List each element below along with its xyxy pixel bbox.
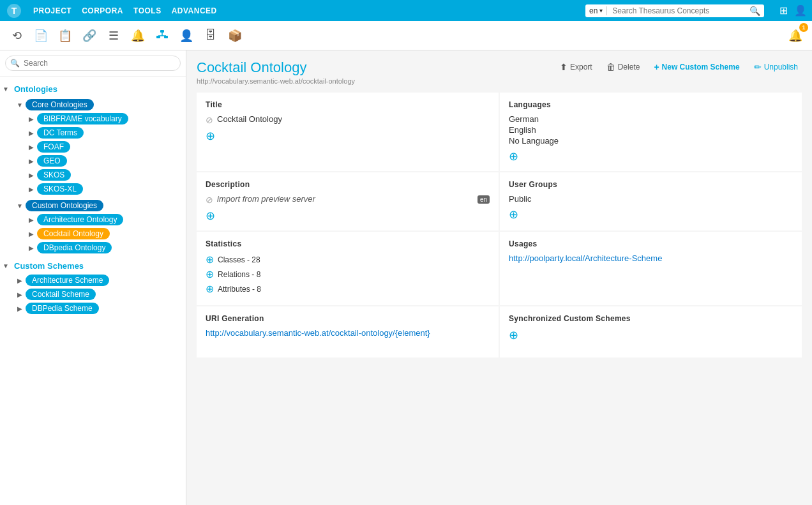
core-ontologies-arrow: ▼ — [17, 102, 23, 109]
usages-card: Usages http://poolparty.local/Architectu… — [500, 232, 802, 305]
list-icon[interactable]: ☰ — [103, 26, 124, 46]
custom-ontologies-row[interactable]: ▼ Custom Ontologies — [14, 199, 183, 213]
foaf-label[interactable]: FOAF — [37, 141, 70, 153]
stat-relations-row: ⊕ Relations - 8 — [206, 268, 490, 280]
stat-classes-row: ⊕ Classes - 28 — [206, 253, 490, 266]
description-edit-icon[interactable]: ⊘ — [206, 195, 213, 205]
svg-text:T: T — [11, 6, 17, 16]
description-card-add-btn[interactable]: ⊕ — [206, 209, 490, 223]
title-card-add-btn[interactable]: ⊕ — [206, 129, 490, 143]
tree-section-custom-schemes: ▼ Custom Schemes ▶ Architecture Scheme ▶… — [3, 257, 183, 317]
stat-relations-add[interactable]: ⊕ — [206, 268, 214, 280]
skos-label[interactable]: SKOS — [37, 169, 71, 181]
usages-value[interactable]: http://poolparty.local/Architecture-Sche… — [509, 253, 793, 263]
synchronized-add-btn[interactable]: ⊕ — [509, 328, 793, 342]
stat-attributes-add[interactable]: ⊕ — [206, 283, 214, 295]
tree-item-geo[interactable]: ▶ GEO — [26, 154, 183, 168]
dbpedia-ontology-label[interactable]: DBpedia Ontology — [37, 242, 112, 253]
export-button[interactable]: ⬆ Export — [556, 59, 596, 75]
tree-item-skos[interactable]: ▶ SKOS — [26, 168, 183, 182]
skos-xl-label[interactable]: SKOS-XL — [37, 183, 83, 195]
tree-item-architecture-ontology[interactable]: ▶ Architecture Ontology — [26, 213, 183, 227]
sidebar-search-input[interactable] — [5, 56, 181, 71]
server-icon[interactable]: 📦 — [225, 26, 245, 46]
title-area: Cocktail Ontology http://vocabulary.sema… — [197, 59, 355, 85]
stat-attributes-value: Attributes - 8 — [218, 285, 261, 294]
custom-schemes-root-row[interactable]: ▼ Custom Schemes — [3, 259, 183, 273]
architecture-scheme-label[interactable]: Architecture Scheme — [26, 275, 109, 286]
dbpedia-scheme-label[interactable]: DBPedia Scheme — [26, 303, 99, 314]
bell-icon[interactable]: 🔔 — [128, 26, 148, 46]
logo[interactable]: T — [5, 2, 23, 20]
clipboard-icon[interactable]: 📋 — [55, 26, 75, 46]
language-english: English — [509, 125, 793, 135]
page-url[interactable]: http://vocabulary.semantic-web.at/cockta… — [197, 77, 355, 85]
notification-area[interactable]: 🔔 1 — [785, 26, 806, 46]
grid-icon[interactable]: ⊞ — [779, 4, 788, 17]
cocktail-ontology-label[interactable]: Cocktail Ontology — [37, 228, 110, 239]
ontologies-label[interactable]: Ontologies — [11, 82, 60, 96]
tree-item-dbpedia-scheme[interactable]: ▶ DBPedia Scheme — [14, 301, 183, 315]
language-selector[interactable]: en ▾ — [589, 6, 607, 15]
user-account-icon[interactable]: 👤 — [794, 4, 807, 17]
database-icon[interactable]: 🗄 — [200, 26, 221, 46]
delete-button[interactable]: 🗑 Delete — [603, 59, 644, 75]
home-icon[interactable]: ⟲ — [6, 26, 27, 46]
description-lang-badge: en — [477, 195, 490, 204]
custom-schemes-children: ▶ Architecture Scheme ▶ Cocktail Scheme … — [14, 273, 183, 315]
bibframe-label[interactable]: BIBFRAME vocabulary — [37, 113, 128, 124]
stat-classes-add[interactable]: ⊕ — [206, 253, 214, 266]
synchronized-heading: Synchronized Custom Schemes — [509, 314, 793, 323]
language-german: German — [509, 114, 793, 124]
title-card: Title ⊘ Cocktail Ontology ⊕ — [197, 93, 499, 171]
languages-card: Languages German English No Language ⊕ — [500, 93, 802, 171]
tree-item-dbpedia-ontology[interactable]: ▶ DBpedia Ontology — [26, 241, 183, 255]
cocktail-scheme-label[interactable]: Cocktail Scheme — [26, 289, 96, 300]
statistics-card: Statistics ⊕ Classes - 28 ⊕ Relations - … — [197, 232, 499, 305]
thesaurus-search-input[interactable] — [612, 6, 746, 15]
sidebar-tree: ▼ Ontologies ▼ Core Ontologies ▶ BI — [0, 77, 186, 320]
core-ontologies-row[interactable]: ▼ Core Ontologies — [14, 98, 183, 112]
new-custom-scheme-button[interactable]: + New Custom Scheme — [650, 59, 743, 75]
page-title: Cocktail Ontology — [197, 59, 355, 76]
search-icon[interactable]: 🔍 — [749, 6, 760, 16]
dc-terms-label[interactable]: DC Terms — [37, 127, 84, 139]
add-icon: + — [654, 62, 659, 72]
tree-item-skos-xl[interactable]: ▶ SKOS-XL — [26, 182, 183, 196]
tree-item-dc-terms[interactable]: ▶ DC Terms — [26, 126, 183, 140]
link-icon[interactable]: 🔗 — [79, 26, 100, 46]
person-icon[interactable]: 👤 — [176, 26, 197, 46]
menu-advanced[interactable]: ADVANCED — [172, 6, 217, 15]
ontologies-root-row[interactable]: ▼ Ontologies — [3, 82, 183, 96]
tree-item-foaf[interactable]: ▶ FOAF — [26, 140, 183, 154]
custom-ontologies-children: ▶ Architecture Ontology ▶ Cocktail Ontol… — [26, 213, 183, 255]
lang-dropdown-icon[interactable]: ▾ — [599, 7, 603, 14]
unpublish-label: Unpublish — [764, 63, 798, 72]
menu-project[interactable]: PROJECT — [33, 6, 71, 15]
user-groups-card-heading: User Groups — [509, 180, 793, 189]
tree-item-architecture-scheme[interactable]: ▶ Architecture Scheme — [14, 273, 183, 287]
skos-arrow: ▶ — [28, 172, 34, 179]
menu-tools[interactable]: TOOLS — [133, 6, 162, 15]
tree-item-cocktail-scheme[interactable]: ▶ Cocktail Scheme — [14, 287, 183, 301]
description-card-value-row: ⊘ import from preview server en — [206, 194, 490, 205]
user-groups-card: User Groups Public ⊕ — [500, 172, 802, 230]
content-area: Cocktail Ontology http://vocabulary.sema… — [186, 50, 812, 505]
document-icon[interactable]: 📄 — [31, 26, 51, 46]
description-card: Description ⊘ import from preview server… — [197, 172, 499, 230]
architecture-ontology-label[interactable]: Architecture Ontology — [37, 214, 123, 225]
tree-item-bibframe[interactable]: ▶ BIBFRAME vocabulary — [26, 112, 183, 126]
unpublish-button[interactable]: ✏ Unpublish — [750, 59, 802, 75]
languages-card-add-btn[interactable]: ⊕ — [509, 149, 793, 163]
header-actions: ⬆ Export 🗑 Delete + New Custom Scheme ✏ … — [556, 59, 802, 75]
delete-icon: 🗑 — [606, 62, 615, 72]
hierarchy-icon[interactable] — [152, 26, 172, 46]
core-ontologies-label[interactable]: Core Ontologies — [26, 99, 94, 110]
geo-label[interactable]: GEO — [37, 155, 67, 167]
menu-corpora[interactable]: CORPORA — [82, 6, 123, 15]
custom-ontologies-label[interactable]: Custom Ontologies — [26, 200, 103, 211]
custom-schemes-label[interactable]: Custom Schemes — [11, 259, 86, 273]
tree-item-cocktail-ontology[interactable]: ▶ Cocktail Ontology — [26, 227, 183, 241]
title-edit-icon[interactable]: ⊘ — [206, 115, 213, 125]
user-groups-add-btn[interactable]: ⊕ — [509, 207, 793, 222]
